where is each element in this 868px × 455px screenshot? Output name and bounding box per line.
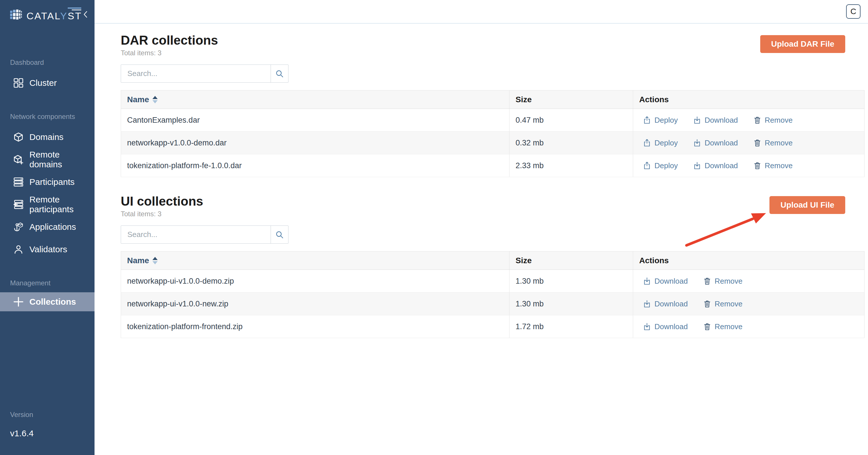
- dar-search-input[interactable]: [121, 65, 271, 83]
- actions-cell: DeployDownloadRemove: [633, 109, 865, 132]
- download-icon: [643, 277, 651, 285]
- download-link[interactable]: Download: [693, 138, 738, 148]
- deploy-link[interactable]: Deploy: [643, 116, 678, 125]
- cube-plus-icon: [13, 154, 24, 165]
- column-header-size: Size: [509, 90, 633, 109]
- dar-total-items: Total items: 3: [121, 49, 845, 57]
- file-name-cell: CantonExamples.dar: [121, 109, 509, 132]
- table-row: tokenization-platform-fe-1.0.0.dar2.33 m…: [121, 154, 865, 177]
- trash-icon: [703, 277, 712, 285]
- dar-section-title: DAR collections: [121, 33, 845, 47]
- file-size-cell: 1.30 mb: [509, 270, 633, 293]
- download-label: Download: [654, 277, 688, 286]
- download-icon: [643, 322, 651, 331]
- deploy-label: Deploy: [654, 161, 678, 170]
- dar-collections-table: Name Size Actions CantonExamples.dar0.47…: [121, 90, 865, 177]
- nav-section-label-dashboard: Dashboard: [10, 59, 95, 67]
- table-row: networkapp-ui-v1.0.0-new.zip1.30 mbDownl…: [121, 293, 865, 315]
- person-icon: [13, 244, 24, 255]
- table-row: tokenization-platform-frontend.zip1.72 m…: [121, 315, 865, 338]
- user-avatar-button[interactable]: C: [846, 4, 861, 19]
- trash-icon: [753, 116, 762, 124]
- sidebar-item-validators[interactable]: Validators: [0, 238, 95, 261]
- ui-section-title: UI collections: [121, 194, 845, 208]
- remove-label: Remove: [765, 116, 793, 125]
- file-size-cell: 0.47 mb: [509, 109, 633, 132]
- ui-search-input[interactable]: [121, 226, 271, 243]
- download-link[interactable]: Download: [643, 277, 688, 286]
- trash-icon: [703, 299, 712, 308]
- remove-link[interactable]: Remove: [753, 116, 793, 125]
- deploy-label: Deploy: [654, 116, 678, 125]
- remove-label: Remove: [715, 277, 743, 286]
- download-link[interactable]: Download: [693, 116, 738, 125]
- file-name-cell: networkapp-v1.0.0-demo.dar: [121, 132, 509, 154]
- sidebar-item-cluster[interactable]: Cluster: [0, 72, 95, 94]
- remove-link[interactable]: Remove: [753, 138, 793, 148]
- logo-prefix: CATAL: [27, 10, 60, 21]
- table-row: networkapp-ui-v1.0.0-demo.zip1.30 mbDown…: [121, 270, 865, 293]
- trash-icon: [753, 161, 762, 170]
- cube-icon: [13, 132, 24, 142]
- sidebar-item-label: Applications: [29, 222, 76, 232]
- search-icon[interactable]: [271, 65, 288, 83]
- file-size-cell: 0.32 mb: [509, 132, 633, 154]
- anchor-cube-icon: [13, 222, 24, 232]
- actions-cell: DeployDownloadRemove: [633, 154, 865, 177]
- download-link[interactable]: Download: [693, 161, 738, 170]
- download-link[interactable]: Download: [643, 322, 688, 331]
- ui-collections-table: Name Size Actions networkapp-ui-v1.0.0-d…: [121, 251, 865, 338]
- sidebar-item-remote-domains[interactable]: Remote domains: [0, 148, 95, 171]
- download-icon: [693, 138, 702, 147]
- sidebar-item-collections[interactable]: Collections: [0, 292, 95, 311]
- logo-accent: Y: [60, 10, 68, 21]
- download-label: Download: [705, 161, 738, 170]
- logo-text: CATALYST: [27, 10, 82, 22]
- sidebar-item-label: Collections: [29, 297, 76, 307]
- trash-icon: [703, 322, 712, 331]
- column-header-name[interactable]: Name: [121, 251, 509, 270]
- upload-ui-file-button[interactable]: Upload UI File: [770, 196, 845, 214]
- upload-dar-file-button[interactable]: Upload DAR File: [760, 35, 845, 53]
- download-link[interactable]: Download: [643, 299, 688, 308]
- remove-link[interactable]: Remove: [703, 322, 743, 331]
- sidebar-item-remote-participants[interactable]: Remote participants: [0, 193, 95, 216]
- sort-icon[interactable]: [152, 96, 158, 103]
- download-label: Download: [654, 299, 688, 308]
- server-stack-icon: [13, 177, 24, 187]
- trash-icon: [753, 138, 762, 147]
- remove-link[interactable]: Remove: [703, 299, 743, 308]
- server-plus-icon: [13, 199, 24, 209]
- nav-section-label-network-components: Network components: [10, 112, 95, 121]
- download-label: Download: [654, 322, 688, 331]
- file-size-cell: 2.33 mb: [509, 154, 633, 177]
- remove-link[interactable]: Remove: [703, 277, 743, 286]
- sidebar-item-domains[interactable]: Domains: [0, 126, 95, 148]
- deploy-icon: [643, 116, 651, 124]
- file-name-cell: networkapp-ui-v1.0.0-new.zip: [121, 293, 509, 315]
- deploy-link[interactable]: Deploy: [643, 138, 678, 148]
- sidebar-item-label: Remote domains: [29, 150, 95, 169]
- remove-label: Remove: [715, 299, 743, 308]
- dar-collections-section: DAR collections Total items: 3 Upload DA…: [121, 33, 845, 177]
- sidebar-collapse-icon[interactable]: [83, 10, 89, 19]
- remove-link[interactable]: Remove: [753, 161, 793, 170]
- deploy-link[interactable]: Deploy: [643, 161, 678, 170]
- sidebar: CATALYST DashboardClusterNetwork compone…: [0, 0, 95, 455]
- logo-row: CATALYST: [0, 0, 95, 29]
- sidebar-item-participants[interactable]: Participants: [0, 171, 95, 193]
- table-header-row: Name Size Actions: [121, 251, 865, 270]
- column-header-size: Size: [509, 251, 633, 270]
- logo-suffix: ST: [68, 10, 82, 22]
- actions-cell: DownloadRemove: [633, 270, 865, 293]
- sidebar-item-applications[interactable]: Applications: [0, 216, 95, 238]
- sort-icon[interactable]: [152, 257, 158, 264]
- column-header-name[interactable]: Name: [121, 90, 509, 109]
- remove-label: Remove: [765, 161, 793, 170]
- version-value: v1.6.4: [10, 428, 34, 438]
- download-icon: [643, 299, 651, 308]
- actions-cell: DeployDownloadRemove: [633, 132, 865, 154]
- search-icon[interactable]: [271, 226, 288, 243]
- ui-search-box: [121, 226, 288, 243]
- nav-section-label-management: Management: [10, 279, 95, 287]
